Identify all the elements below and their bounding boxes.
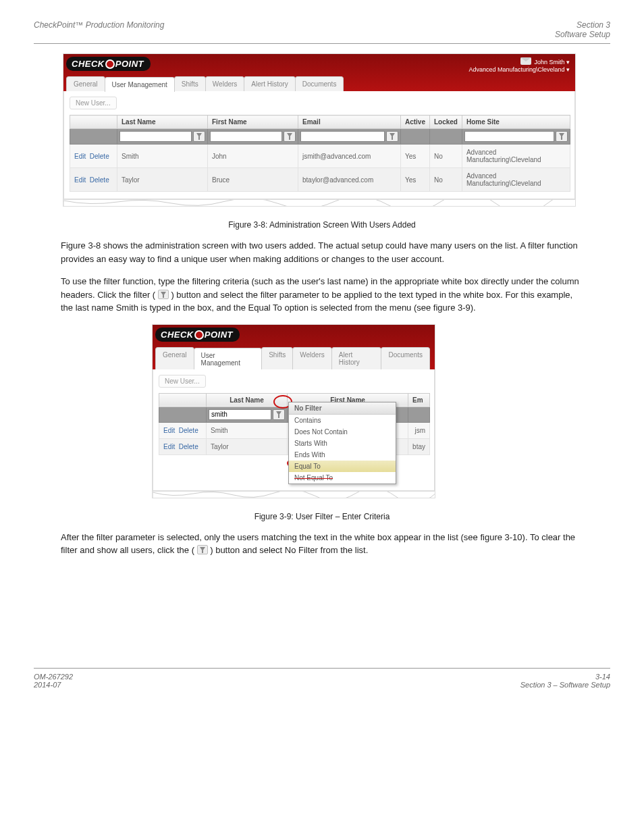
app-logo: CHECKPOINT — [155, 328, 240, 342]
filter-icon — [197, 545, 208, 554]
logo-dot-icon — [105, 59, 115, 69]
cell-first: Bruce — [208, 168, 298, 192]
tab-welders[interactable]: Welders — [205, 76, 245, 91]
filter-first-name-button[interactable] — [284, 131, 296, 142]
cell-em: btay — [408, 438, 430, 454]
app-logo: CHECKPOINT — [66, 57, 151, 71]
cell-email: jsmith@advanced.com — [298, 145, 401, 168]
user-row: Edit Delete Smith John jsmith@advanced.c… — [70, 145, 570, 168]
page-footer: OM-267292 2014-07 3-14 Section 3 – Softw… — [34, 668, 610, 689]
new-user-button[interactable]: New User... — [159, 375, 206, 388]
tab-general[interactable]: General — [66, 76, 105, 91]
paragraph-3: After the filter parameter is selected, … — [61, 531, 583, 557]
cell-last: Taylor — [117, 168, 208, 192]
logo-dot-icon — [194, 330, 204, 340]
user-name[interactable]: John Smith — [534, 59, 570, 66]
tab-alert-history[interactable]: Alert History — [331, 347, 382, 369]
col-locked[interactable]: Locked — [429, 115, 462, 129]
filter-email-button[interactable] — [386, 131, 398, 142]
edit-link[interactable]: Edit — [74, 153, 86, 160]
cell-last: Taylor — [207, 438, 288, 454]
header-left: CheckPoint™ Production Monitoring — [34, 20, 164, 39]
tab-general[interactable]: General — [155, 347, 194, 369]
filter-opt-no-filter[interactable]: No Filter — [289, 402, 396, 415]
tab-alert-history[interactable]: Alert History — [244, 76, 295, 91]
filter-last-name[interactable] — [209, 409, 271, 420]
delete-link[interactable]: Delete — [179, 443, 198, 450]
screenshot-admin-users: CHECKPOINT John Smith Advanced Manufactu… — [63, 53, 576, 207]
filter-opt-not-equal-to[interactable]: Not Equal To — [289, 472, 396, 484]
filter-home-site-button[interactable] — [556, 131, 568, 142]
cell-home: Advanced Manufacturing\Cleveland — [462, 145, 570, 168]
torn-edge — [63, 199, 575, 206]
footer-page-num: 3-14 — [520, 673, 610, 681]
cell-locked: No — [429, 145, 462, 168]
tab-user-management[interactable]: User Management — [194, 348, 263, 370]
col-email-short[interactable]: Em — [408, 393, 430, 407]
filter-first-name[interactable] — [210, 131, 282, 142]
cell-first: John — [208, 145, 298, 168]
edit-link[interactable]: Edit — [74, 176, 86, 184]
filter-last-name-button[interactable] — [273, 409, 285, 420]
users-grid: Last Name First Name Email Active Locked… — [70, 115, 570, 192]
delete-link[interactable]: Delete — [179, 427, 198, 434]
filter-opt-equal-to[interactable]: Equal To — [289, 461, 396, 472]
filter-opt-ends-with[interactable]: Ends With — [289, 449, 396, 461]
screenshot-filter-criteria: CHECKPOINT General User Management Shift… — [152, 324, 435, 498]
filter-last-name[interactable] — [119, 131, 192, 142]
tab-shifts[interactable]: Shifts — [174, 76, 206, 91]
header-right-1: Section 3 — [555, 20, 610, 30]
site-path[interactable]: Advanced Manufacturing\Cleveland — [468, 66, 570, 74]
torn-edge — [153, 491, 435, 498]
cell-home: Advanced Manufacturing\Cleveland — [462, 168, 570, 192]
mail-icon[interactable] — [520, 57, 531, 65]
tab-welders[interactable]: Welders — [292, 347, 332, 369]
cell-last: Smith — [207, 422, 288, 438]
account-menu[interactable]: John Smith Advanced Manufacturing\Clevel… — [468, 57, 570, 74]
tab-documents[interactable]: Documents — [295, 76, 344, 91]
footer-date: 2014-07 — [34, 681, 73, 689]
paragraph-1: Figure 3-8 shows the administration scre… — [61, 239, 583, 265]
tab-shifts[interactable]: Shifts — [261, 347, 293, 369]
filter-opt-does-not-contain[interactable]: Does Not Contain — [289, 426, 396, 438]
filter-email[interactable] — [300, 131, 385, 142]
footer-section: Section 3 – Software Setup — [520, 681, 610, 689]
cell-email: btaylor@advanced.com — [298, 168, 401, 192]
footer-doc-id: OM-267292 — [34, 673, 73, 681]
tab-user-management[interactable]: User Management — [105, 77, 175, 92]
col-email[interactable]: Email — [298, 115, 401, 129]
page-running-header: CheckPoint™ Production Monitoring Sectio… — [34, 20, 610, 44]
paragraph-2: To use the filter function, type the fil… — [61, 275, 583, 315]
edit-link[interactable]: Edit — [163, 427, 175, 434]
filter-home-site[interactable] — [464, 131, 554, 142]
filter-menu[interactable]: No Filter Contains Does Not Contain Star… — [288, 402, 396, 484]
col-active[interactable]: Active — [400, 115, 429, 129]
figure-caption-1: Figure 3-8: Administration Screen With U… — [34, 220, 610, 230]
cell-em: jsm — [408, 422, 430, 438]
delete-link[interactable]: Delete — [90, 176, 109, 184]
col-last-name[interactable]: Last Name — [117, 115, 208, 129]
user-row: Edit Delete Taylor Bruce btaylor@advance… — [70, 168, 570, 192]
cell-active: Yes — [400, 168, 429, 192]
header-right-2: Software Setup — [555, 30, 610, 39]
figure-caption-2: Figure 3-9: User Filter – Enter Criteria — [34, 512, 610, 521]
cell-last: Smith — [117, 145, 208, 168]
cell-active: Yes — [400, 145, 429, 168]
col-home-site[interactable]: Home Site — [462, 115, 570, 129]
new-user-button[interactable]: New User... — [70, 97, 117, 109]
filter-opt-starts-with[interactable]: Starts With — [289, 438, 396, 449]
filter-opt-contains[interactable]: Contains — [289, 415, 396, 426]
edit-link[interactable]: Edit — [163, 443, 175, 450]
delete-link[interactable]: Delete — [90, 153, 109, 160]
filter-icon — [158, 290, 169, 299]
cell-locked: No — [429, 168, 462, 192]
filter-last-name-button[interactable] — [193, 131, 205, 142]
col-last-name[interactable]: Last Name — [207, 393, 288, 407]
col-first-name[interactable]: First Name — [208, 115, 298, 129]
tab-documents[interactable]: Documents — [381, 347, 430, 369]
